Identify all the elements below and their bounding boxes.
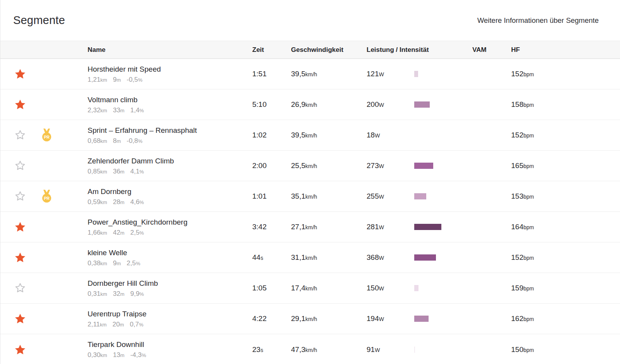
star-button[interactable]	[0, 160, 33, 172]
time-value: 3:42	[252, 223, 291, 231]
power-value: 273W	[367, 161, 414, 170]
name-cell: Horstheider mit Speed 1,21km9m-0,5%	[88, 65, 252, 83]
intensity-cell	[414, 151, 472, 181]
segment-name-link[interactable]: kleine Welle	[88, 249, 252, 256]
segment-distance: 2,32km	[88, 106, 107, 114]
name-cell: Dornberger Hill Climb 0,31km32m9,9%	[88, 280, 252, 297]
segment-name-link[interactable]: Uerentrup Traipse	[88, 310, 252, 318]
table-row[interactable]: PR Uerentrup Traipse 2,11km20m0,7% 4:22 …	[0, 304, 620, 334]
speed-value: 31,1km/h	[291, 253, 367, 262]
star-filled-icon[interactable]	[14, 252, 26, 263]
time-value: 2:00	[252, 161, 291, 170]
power-value: 194W	[367, 314, 414, 323]
column-header-vam: VAM	[472, 46, 511, 54]
star-button[interactable]	[0, 68, 33, 80]
star-button[interactable]	[0, 191, 33, 202]
star-filled-icon[interactable]	[14, 99, 26, 110]
segment-distance: 0,85km	[88, 168, 107, 175]
svg-text:PR: PR	[44, 196, 50, 201]
time-value: 1:01	[252, 192, 291, 201]
star-button[interactable]	[0, 282, 33, 294]
segment-name-link[interactable]: Tierpark Downhill	[88, 341, 252, 348]
medal-cell: PR	[33, 220, 88, 234]
intensity-cell	[414, 181, 472, 211]
table-row[interactable]: PR Zehlendorfer Damm Climb 0,85km36m4,1%…	[0, 151, 620, 181]
medal-cell: PR	[33, 190, 88, 203]
star-button[interactable]	[0, 344, 33, 355]
star-outline-icon[interactable]	[14, 282, 26, 294]
star-outline-icon[interactable]	[14, 191, 26, 202]
medal-cell: PR	[33, 343, 88, 356]
name-cell: Sprint – Erfahrung – Rennasphalt 0,68km8…	[88, 127, 252, 144]
table-row[interactable]: PR Am Dornberg 0,59km28m4,6% 1:01 35,1km…	[0, 181, 620, 212]
power-value: 368W	[367, 253, 414, 262]
segment-name-link[interactable]: Am Dornberg	[88, 188, 252, 195]
star-button[interactable]	[0, 252, 33, 263]
segment-elevation: 42m	[113, 229, 124, 236]
star-button[interactable]	[0, 313, 33, 325]
more-info-link[interactable]: Weitere Informationen über Segmente	[477, 16, 599, 25]
segment-name-link[interactable]: Zehlendorfer Damm Climb	[88, 157, 252, 165]
star-button[interactable]	[0, 99, 33, 110]
time-value: 1:02	[252, 131, 291, 139]
segment-grade: -0,8%	[127, 137, 143, 144]
segment-grade: 4,6%	[130, 198, 144, 206]
table-body: PR Horstheider mit Speed 1,21km9m-0,5% 1…	[0, 59, 620, 364]
star-button[interactable]	[0, 129, 33, 141]
speed-value: 29,1km/h	[291, 314, 367, 323]
segment-elevation: 20m	[112, 321, 124, 328]
heartrate-value: 164bpm	[511, 223, 620, 231]
intensity-bar	[414, 254, 436, 261]
column-header-leistung-intensitaet: Leistung / Intensität	[367, 46, 472, 54]
segment-name-link[interactable]: Voltmann climb	[88, 96, 252, 103]
table-row[interactable]: PR Dornberger Hill Climb 0,31km32m9,9% 1…	[0, 273, 620, 304]
intensity-cell	[414, 304, 472, 334]
table-row[interactable]: PR Power_Anstieg_Kirchdornberg 1,66km42m…	[0, 212, 620, 242]
table-row[interactable]: PR Sprint – Erfahrung – Rennasphalt 0,68…	[0, 120, 620, 151]
time-value: 23s	[252, 345, 291, 354]
intensity-bar	[414, 347, 415, 353]
star-filled-icon[interactable]	[14, 344, 26, 355]
segment-distance: 2,11km	[88, 321, 107, 328]
heartrate-value: 150bpm	[511, 345, 620, 354]
name-cell: Am Dornberg 0,59km28m4,6%	[88, 188, 252, 205]
star-outline-icon[interactable]	[14, 160, 26, 172]
time-value: 44s	[252, 253, 291, 262]
segment-name-link[interactable]: Sprint – Erfahrung – Rennasphalt	[88, 127, 252, 134]
star-filled-icon[interactable]	[14, 68, 26, 80]
star-outline-icon[interactable]	[14, 129, 26, 141]
power-value: 255W	[367, 192, 414, 201]
power-value: 91W	[367, 345, 414, 354]
table-row[interactable]: PR Horstheider mit Speed 1,21km9m-0,5% 1…	[0, 59, 620, 89]
intensity-bar	[414, 224, 441, 230]
segment-grade: 9,9%	[130, 290, 144, 297]
intensity-bar	[414, 163, 433, 169]
intensity-bar	[414, 101, 430, 108]
power-value: 18W	[367, 131, 414, 139]
segment-name-link[interactable]: Power_Anstieg_Kirchdornberg	[88, 218, 252, 226]
heartrate-value: 159bpm	[511, 284, 620, 292]
segment-name-link[interactable]: Dornberger Hill Climb	[88, 280, 252, 287]
segment-grade: 2,5%	[130, 229, 144, 236]
star-filled-icon[interactable]	[14, 313, 26, 325]
intensity-bar	[414, 316, 429, 322]
segment-elevation: 36m	[113, 168, 124, 175]
intensity-cell	[414, 242, 472, 273]
table-row[interactable]: PR kleine Welle 0,38km9m2,5% 44s 31,1km/…	[0, 242, 620, 273]
segment-grade: 0,7%	[130, 321, 143, 328]
segment-elevation: 9m	[113, 259, 121, 267]
star-button[interactable]	[0, 221, 33, 233]
segment-stats: 2,11km20m0,7%	[88, 321, 252, 328]
table-row[interactable]: PR Tierpark Downhill 0,30km13m-4,3% 23s …	[0, 334, 620, 364]
page-title: Segmente	[13, 14, 65, 27]
name-cell: Power_Anstieg_Kirchdornberg 1,66km42m2,5…	[88, 218, 252, 236]
segment-name-link[interactable]: Horstheider mit Speed	[88, 65, 252, 73]
segment-distance: 0,68km	[88, 137, 107, 144]
segments-header: Segmente Weitere Informationen über Segm…	[0, 0, 620, 41]
intensity-cell	[414, 212, 472, 242]
segment-stats: 1,21km9m-0,5%	[88, 76, 252, 83]
table-row[interactable]: PR Voltmann climb 2,32km33m1,4% 5:10 26,…	[0, 89, 620, 120]
segment-elevation: 28m	[113, 198, 124, 206]
star-filled-icon[interactable]	[14, 221, 26, 233]
intensity-cell	[414, 120, 472, 150]
